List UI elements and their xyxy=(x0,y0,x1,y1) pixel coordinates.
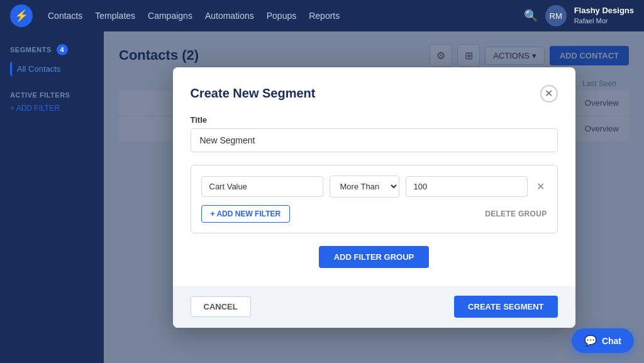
app-logo[interactable]: ⚡ xyxy=(10,4,33,27)
nav-contacts[interactable]: Contacts xyxy=(48,11,82,21)
filter-group: More Than Less Than Equals Contains ✕ + … xyxy=(191,165,558,233)
modal-overlay: Create New Segment ✕ Title More Than Les… xyxy=(104,31,644,363)
nav-links: Contacts Templates Campaigns Automations… xyxy=(48,11,509,21)
nav-reports[interactable]: Reports xyxy=(309,11,340,21)
modal-footer: CANCEL CREATE SEGMENT xyxy=(173,286,575,328)
filter-condition-select[interactable]: More Than Less Than Equals Contains xyxy=(330,176,399,198)
segment-title-input[interactable] xyxy=(191,128,558,152)
delete-filter-button[interactable]: ✕ xyxy=(534,178,547,195)
add-filter-link[interactable]: + ADD FILTER xyxy=(10,104,94,113)
nav-campaigns[interactable]: Campaigns xyxy=(148,11,192,21)
top-nav: ⚡ Contacts Templates Campaigns Automatio… xyxy=(0,0,644,31)
user-company: Flashy Designs xyxy=(574,5,634,16)
add-new-filter-button[interactable]: + ADD NEW FILTER xyxy=(201,205,291,223)
title-label: Title xyxy=(191,115,558,125)
filter-field-input[interactable] xyxy=(201,176,323,197)
filter-row: More Than Less Than Equals Contains ✕ xyxy=(201,176,547,198)
filter-group-footer: + ADD NEW FILTER DELETE GROUP xyxy=(201,205,547,223)
cancel-button[interactable]: CANCEL xyxy=(191,296,251,317)
avatar: RM xyxy=(545,5,567,26)
main-layout: SEGMENTS 4 All Contacts ACTIVE FILTERS +… xyxy=(0,31,644,363)
filter-value-input[interactable] xyxy=(406,176,528,197)
modal-header: Create New Segment ✕ xyxy=(191,85,558,103)
modal-body: Create New Segment ✕ Title More Than Les… xyxy=(173,67,575,286)
add-filter-group-button[interactable]: ADD FILTER GROUP xyxy=(319,246,430,268)
chat-label: Chat xyxy=(602,336,621,346)
sidebar-item-all-contacts[interactable]: All Contacts xyxy=(10,62,94,76)
active-filters-title: ACTIVE FILTERS xyxy=(10,91,94,99)
active-filters-section: ACTIVE FILTERS + ADD FILTER xyxy=(10,91,94,113)
user-info: Flashy Designs Rafael Mor xyxy=(574,5,634,26)
close-modal-button[interactable]: ✕ xyxy=(540,85,558,103)
sidebar: SEGMENTS 4 All Contacts ACTIVE FILTERS +… xyxy=(0,31,104,363)
create-segment-button[interactable]: CREATE SEGMENT xyxy=(454,296,557,318)
add-filter-group-row: ADD FILTER GROUP xyxy=(191,246,558,268)
nav-templates[interactable]: Templates xyxy=(95,11,135,21)
modal-title: Create New Segment xyxy=(191,86,316,101)
chat-bubble[interactable]: 💬 Chat xyxy=(572,328,634,353)
segments-section-title: SEGMENTS 4 xyxy=(10,44,94,55)
create-segment-modal: Create New Segment ✕ Title More Than Les… xyxy=(173,67,575,328)
segments-badge: 4 xyxy=(57,44,68,55)
delete-group-button[interactable]: DELETE GROUP xyxy=(485,209,547,218)
nav-right: 🔍 RM Flashy Designs Rafael Mor xyxy=(524,5,634,26)
chat-icon: 💬 xyxy=(584,335,597,347)
nav-popups[interactable]: Popups xyxy=(267,11,296,21)
nav-automations[interactable]: Automations xyxy=(205,11,254,21)
content-area: Contacts (2) ⚙ ⊞ ACTIONS ▾ ADD CONTACT L… xyxy=(104,31,644,363)
search-icon[interactable]: 🔍 xyxy=(524,9,538,23)
user-name: Rafael Mor xyxy=(574,16,634,26)
